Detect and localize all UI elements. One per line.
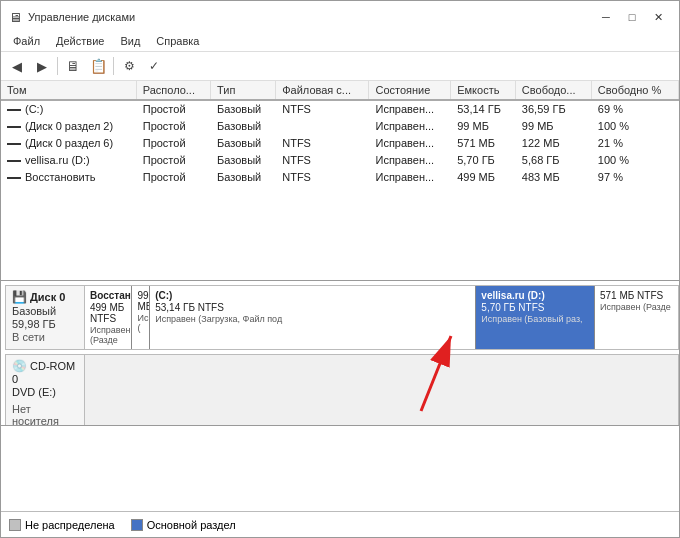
table-cell-2-5: 571 МБ bbox=[451, 135, 516, 152]
table-cell-1-0: (Диск 0 раздел 2) bbox=[1, 118, 136, 135]
disk0-partition-0[interactable]: Восстановить499 МБ NTFSИсправен (Разде bbox=[85, 286, 132, 349]
col-free[interactable]: Свободо... bbox=[515, 81, 591, 100]
toolbar-sep-1 bbox=[57, 57, 58, 75]
toolbar-disk-button[interactable]: 🖥 bbox=[61, 55, 85, 77]
table-row[interactable]: (C:)ПростойБазовыйNTFSИсправен...53,14 Г… bbox=[1, 100, 679, 118]
disk0-partition-4[interactable]: 571 МБ NTFSИсправен (Разде bbox=[595, 286, 678, 349]
table-cell-4-6: 483 МБ bbox=[515, 169, 591, 186]
table-cell-1-2: Базовый bbox=[211, 118, 276, 135]
table-cell-1-1: Простой bbox=[136, 118, 210, 135]
table-row[interactable]: ВосстановитьПростойБазовыйNTFSИсправен..… bbox=[1, 169, 679, 186]
table-cell-0-0: (C:) bbox=[1, 100, 136, 118]
back-button[interactable]: ◀ bbox=[5, 55, 29, 77]
disk-scroll[interactable]: 💾 Диск 0 Базовый 59,98 ГБ В сети Восстан… bbox=[1, 281, 679, 425]
partition-4-size: 571 МБ NTFS bbox=[600, 290, 673, 301]
maximize-button[interactable]: □ bbox=[619, 6, 645, 28]
table-cell-0-7: 69 % bbox=[591, 100, 678, 118]
table-cell-3-0: vellisa.ru (D:) bbox=[1, 152, 136, 169]
col-volume[interactable]: Том bbox=[1, 81, 136, 100]
partition-2-size: 53,14 ГБ NTFS bbox=[155, 302, 470, 313]
app-icon: 🖥 bbox=[9, 10, 22, 25]
disk0-row: 💾 Диск 0 Базовый 59,98 ГБ В сети Восстан… bbox=[5, 285, 679, 350]
disk0-partitions: Восстановить499 МБ NTFSИсправен (Разде99… bbox=[85, 285, 679, 350]
title-bar: 🖥 Управление дисками ─ □ ✕ bbox=[1, 1, 679, 31]
minimize-button[interactable]: ─ bbox=[593, 6, 619, 28]
table-cell-4-5: 499 МБ bbox=[451, 169, 516, 186]
table-cell-3-3: NTFS bbox=[276, 152, 369, 169]
table-cell-2-7: 21 % bbox=[591, 135, 678, 152]
table-row[interactable]: (Диск 0 раздел 6)ПростойБазовыйNTFSИспра… bbox=[1, 135, 679, 152]
col-type[interactable]: Тип bbox=[211, 81, 276, 100]
partition-3-size: 5,70 ГБ NTFS bbox=[481, 302, 589, 313]
toolbar-sep-2 bbox=[113, 57, 114, 75]
table-cell-1-3 bbox=[276, 118, 369, 135]
table-cell-4-7: 97 % bbox=[591, 169, 678, 186]
cdrom-empty-space bbox=[85, 355, 678, 425]
disk0-name: 💾 Диск 0 bbox=[12, 290, 78, 304]
menu-file[interactable]: Файл bbox=[5, 33, 48, 49]
table-cell-2-2: Базовый bbox=[211, 135, 276, 152]
col-filesystem[interactable]: Файловая с... bbox=[276, 81, 369, 100]
menu-action[interactable]: Действие bbox=[48, 33, 112, 49]
table-cell-2-3: NTFS bbox=[276, 135, 369, 152]
disk0-partition-2[interactable]: (C:)53,14 ГБ NTFSИсправен (Загрузка, Фай… bbox=[150, 286, 476, 349]
table-cell-1-6: 99 МБ bbox=[515, 118, 591, 135]
volume-icon bbox=[7, 177, 21, 179]
partition-0-status: Исправен (Разде bbox=[90, 325, 126, 345]
volume-icon bbox=[7, 160, 21, 162]
col-layout[interactable]: Располо... bbox=[136, 81, 210, 100]
col-status[interactable]: Состояние bbox=[369, 81, 451, 100]
table-cell-3-2: Базовый bbox=[211, 152, 276, 169]
table-cell-4-0: Восстановить bbox=[1, 169, 136, 186]
table-cell-2-0: (Диск 0 раздел 6) bbox=[1, 135, 136, 152]
table-cell-0-1: Простой bbox=[136, 100, 210, 118]
table-row[interactable]: (Диск 0 раздел 2)ПростойБазовыйИсправен.… bbox=[1, 118, 679, 135]
primary-label: Основной раздел bbox=[147, 519, 236, 531]
unallocated-legend-box bbox=[9, 519, 21, 531]
forward-button[interactable]: ▶ bbox=[30, 55, 54, 77]
table-cell-0-3: NTFS bbox=[276, 100, 369, 118]
toolbar-list-button[interactable]: 📋 bbox=[86, 55, 110, 77]
unallocated-label: Не распределена bbox=[25, 519, 115, 531]
menu-bar: Файл Действие Вид Справка bbox=[1, 31, 679, 52]
status-primary: Основной раздел bbox=[131, 519, 236, 531]
toolbar-settings-button[interactable]: ⚙ bbox=[117, 55, 141, 77]
table-cell-4-2: Базовый bbox=[211, 169, 276, 186]
cdrom-row: 💿 CD-ROM 0 DVD (E:) Нет носителя bbox=[5, 354, 679, 425]
partition-3-name: vellisa.ru (D:) bbox=[481, 290, 589, 301]
volume-icon bbox=[7, 143, 21, 145]
menu-help[interactable]: Справка bbox=[148, 33, 207, 49]
table-cell-4-1: Простой bbox=[136, 169, 210, 186]
table-cell-2-4: Исправен... bbox=[369, 135, 451, 152]
table-cell-4-4: Исправен... bbox=[369, 169, 451, 186]
col-free-pct[interactable]: Свободно % bbox=[591, 81, 678, 100]
cdrom-type: DVD (E:) bbox=[12, 386, 78, 398]
disk0-partition-1[interactable]: 99 МБИсправен ( bbox=[132, 286, 150, 349]
menu-view[interactable]: Вид bbox=[112, 33, 148, 49]
cdrom-icon: 💿 bbox=[12, 359, 27, 373]
partition-2-name: (C:) bbox=[155, 290, 470, 301]
table-row[interactable]: vellisa.ru (D:)ПростойБазовыйNTFSИсправе… bbox=[1, 152, 679, 169]
table-cell-2-6: 122 МБ bbox=[515, 135, 591, 152]
table-cell-0-5: 53,14 ГБ bbox=[451, 100, 516, 118]
disk-table: Том Располо... Тип Файловая с... Состоян… bbox=[1, 81, 679, 186]
col-capacity[interactable]: Емкость bbox=[451, 81, 516, 100]
table-cell-3-5: 5,70 ГБ bbox=[451, 152, 516, 169]
disk0-icon: 💾 bbox=[12, 290, 27, 304]
table-cell-1-4: Исправен... bbox=[369, 118, 451, 135]
main-content: Том Располо... Тип Файловая с... Состоян… bbox=[1, 81, 679, 511]
volume-icon bbox=[7, 109, 21, 111]
table-cell-1-7: 100 % bbox=[591, 118, 678, 135]
cdrom-partitions bbox=[85, 354, 679, 425]
cdrom-label: 💿 CD-ROM 0 DVD (E:) Нет носителя bbox=[5, 354, 85, 425]
disk0-partition-3[interactable]: vellisa.ru (D:)5,70 ГБ NTFSИсправен (Баз… bbox=[476, 286, 595, 349]
toolbar-check-button[interactable]: ✓ bbox=[142, 55, 166, 77]
table-cell-0-4: Исправен... bbox=[369, 100, 451, 118]
table-cell-3-6: 5,68 ГБ bbox=[515, 152, 591, 169]
partition-3-status: Исправен (Базовый раз, bbox=[481, 314, 589, 324]
disk0-label: 💾 Диск 0 Базовый 59,98 ГБ В сети bbox=[5, 285, 85, 350]
table-cell-3-4: Исправен... bbox=[369, 152, 451, 169]
close-button[interactable]: ✕ bbox=[645, 6, 671, 28]
partition-2-status: Исправен (Загрузка, Файл под bbox=[155, 314, 470, 324]
volume-icon bbox=[7, 126, 21, 128]
